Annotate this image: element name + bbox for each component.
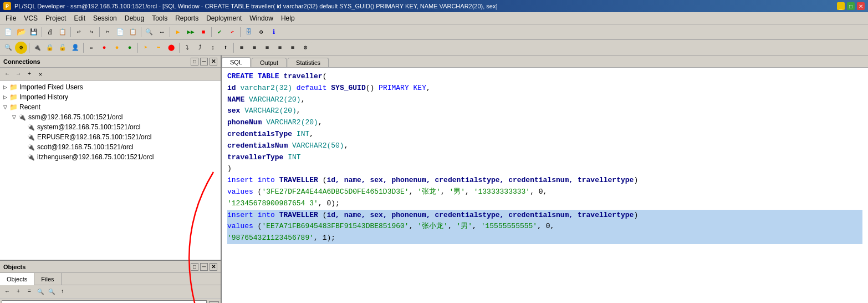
tb-obj[interactable]: ⚙ — [255, 26, 267, 38]
tb-stop[interactable]: ■ — [197, 26, 210, 38]
tb2-extra6[interactable]: ⚙ — [299, 42, 312, 54]
tb-commit[interactable]: ✔ — [213, 26, 226, 38]
tb2-extra1[interactable]: ≡ — [236, 42, 248, 54]
objects-pin-icon[interactable]: ─ — [200, 263, 208, 271]
tab-statistics[interactable]: Statistics — [288, 58, 329, 67]
tb-new[interactable]: 📄 — [2, 26, 14, 38]
connections-pin-icon[interactable]: ─ — [200, 58, 208, 65]
tb2-extra3[interactable]: ≡ — [261, 42, 273, 54]
tree-recent[interactable]: ▽ 📁 Recent — [1, 102, 219, 112]
tab-sql[interactable]: SQL — [222, 57, 251, 67]
close-button[interactable]: ✕ — [857, 2, 865, 10]
tb-exec[interactable]: ▶ — [172, 26, 184, 38]
tree-itzheng[interactable]: 🔌 itzhenguser@192.168.75.100:1521/orcl — [1, 152, 219, 162]
tb-rollback[interactable]: ↶ — [226, 26, 238, 38]
kw-default: default — [297, 84, 327, 92]
tb2-orange[interactable]: ● — [111, 42, 123, 54]
menu-project[interactable]: Project — [42, 13, 69, 23]
tb2-arrow3[interactable]: ⬤ — [165, 42, 177, 54]
expander-ssm[interactable]: ▽ — [10, 113, 18, 121]
obj-add-btn[interactable]: + — [13, 287, 23, 297]
obj-back-btn[interactable]: ← — [2, 287, 12, 297]
tb2-gear[interactable]: ⚙ — [15, 42, 27, 54]
current-user-select[interactable]: <CURRENT USER> — [2, 300, 207, 303]
tb2-extra4[interactable]: ≡ — [274, 42, 286, 54]
objects-header-icons[interactable]: □ ─ ✕ — [191, 263, 217, 271]
conn-add-btn[interactable]: + — [24, 69, 34, 79]
menu-session[interactable]: Session — [90, 13, 120, 23]
menu-file[interactable]: File — [2, 13, 19, 23]
tb-redo[interactable]: ↪ — [85, 26, 98, 38]
minimize-button[interactable]: _ — [837, 2, 845, 10]
tb-save[interactable]: 💾 — [28, 26, 40, 38]
tree-scott[interactable]: 🔌 scott@192.168.75.100:1521/orcl — [1, 142, 219, 152]
sql-line-12: '12345678900987654 3', 0); — [227, 198, 862, 210]
connections-header-icons[interactable]: □ ─ ✕ — [191, 58, 217, 65]
tb2-extra5[interactable]: ≡ — [287, 42, 299, 54]
tb2-red[interactable]: ● — [98, 42, 110, 54]
tb-copy[interactable]: 📄 — [114, 26, 126, 38]
paren-close: ) — [227, 164, 232, 173]
tab-files[interactable]: Files — [34, 273, 61, 285]
expander-imported-history[interactable]: ▷ — [1, 93, 9, 101]
tb-info[interactable]: ℹ — [268, 26, 280, 38]
tree-system[interactable]: 🔌 system@192.168.75.100:1521/orcl — [1, 122, 219, 132]
tree-ssm[interactable]: ▽ 🔌 ssm@192.168.75.100:1521/orcl — [1, 112, 219, 122]
tb2-arrow2[interactable]: ⬅ — [152, 42, 165, 54]
obj-search-btn[interactable]: 🔍 — [35, 287, 45, 297]
tb2-conn4[interactable]: 👤 — [69, 42, 81, 54]
tb-cut[interactable]: ✂ — [101, 26, 114, 38]
tb2-conn1[interactable]: 🔌 — [31, 42, 43, 54]
tb2-step4[interactable]: ⬆ — [219, 42, 232, 54]
tb-paste[interactable]: 📋 — [127, 26, 139, 38]
tb-exec2[interactable]: ▶▶ — [185, 26, 197, 38]
tb-replace[interactable]: ↔ — [156, 26, 168, 38]
conn-back-btn[interactable]: ← — [2, 69, 12, 79]
tree-imported-fixed[interactable]: ▷ 📁 Imported Fixed Users — [1, 82, 219, 92]
menu-tools[interactable]: Tools — [149, 13, 171, 23]
conn-forward-btn[interactable]: → — [13, 69, 23, 79]
objects-restore-icon[interactable]: □ — [191, 263, 198, 271]
menu-deployment[interactable]: Deployment — [203, 13, 245, 23]
tb2-zoom[interactable]: 🔍 — [2, 42, 14, 54]
expander-imported-fixed[interactable]: ▷ — [1, 83, 9, 91]
conn-close-btn[interactable]: ✕ — [35, 69, 45, 79]
window-controls[interactable]: _ □ ✕ — [837, 2, 865, 10]
tb2-conn3[interactable]: 🔓 — [57, 42, 69, 54]
tb-print[interactable]: 🖨 — [44, 26, 56, 38]
maximize-button[interactable]: □ — [847, 2, 855, 10]
tree-imported-history[interactable]: ▷ 📁 Imported History — [1, 92, 219, 102]
tb2-conn2[interactable]: 🔒 — [44, 42, 56, 54]
tb2-arrow1[interactable]: ➤ — [140, 42, 152, 54]
menu-window[interactable]: Window — [246, 13, 277, 23]
tb2-step2[interactable]: ⤴ — [194, 42, 206, 54]
connections-close-icon[interactable]: ✕ — [210, 58, 217, 65]
sql-editor[interactable]: CREATE TABLE traveller( id varchar2(32) … — [222, 68, 868, 303]
connections-tree[interactable]: ▷ 📁 Imported Fixed Users ▷ 📁 Imported Hi… — [0, 81, 221, 260]
tb2-edit[interactable]: ✏ — [85, 42, 98, 54]
obj-eq-btn[interactable]: = — [24, 287, 34, 297]
obj-up-btn[interactable]: ↑ — [58, 287, 68, 297]
menu-debug[interactable]: Debug — [121, 13, 147, 23]
menu-edit[interactable]: Edit — [70, 13, 89, 23]
tb2-extra2[interactable]: ≡ — [248, 42, 261, 54]
tb2-step1[interactable]: ⤵ — [181, 42, 193, 54]
col-id: id — [227, 84, 236, 92]
connections-restore-icon[interactable]: □ — [191, 58, 198, 65]
objects-close-icon[interactable]: ✕ — [210, 263, 217, 271]
tb-copy2[interactable]: 📋 — [57, 26, 69, 38]
tb-db[interactable]: 🗄 — [242, 26, 254, 38]
tree-erpuser[interactable]: 🔌 ERPUSER@192.168.75.100:1521/orcl — [1, 132, 219, 142]
menu-vcs[interactable]: VCS — [21, 13, 41, 23]
menu-help[interactable]: Help — [278, 13, 298, 23]
tab-objects[interactable]: Objects — [0, 273, 34, 285]
tab-output[interactable]: Output — [252, 58, 287, 67]
obj-search2-btn[interactable]: 🔍 — [47, 287, 57, 297]
menu-reports[interactable]: Reports — [172, 13, 202, 23]
tb-undo[interactable]: ↩ — [73, 26, 85, 38]
tb2-green[interactable]: ● — [124, 42, 136, 54]
tb-open[interactable]: 📂 — [15, 26, 27, 38]
tb2-step3[interactable]: ↕ — [207, 42, 219, 54]
tb-find[interactable]: 🔍 — [143, 26, 155, 38]
expander-recent[interactable]: ▽ — [1, 103, 9, 111]
